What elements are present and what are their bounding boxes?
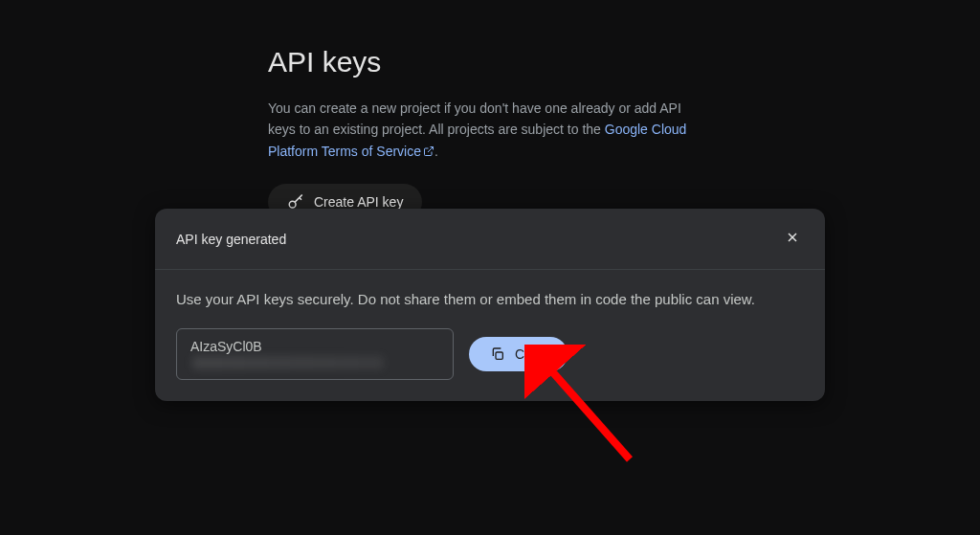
copy-label: Copy: [515, 346, 546, 362]
api-key-dialog: API key generated Use your API keys secu…: [155, 209, 825, 401]
create-api-key-label: Create API key: [314, 194, 403, 210]
api-key-field[interactable]: AIzaSyCl0B: [176, 328, 454, 380]
copy-icon: [490, 346, 505, 362]
page-description: You can create a new project if you don'…: [268, 98, 708, 163]
svg-line-0: [428, 146, 434, 152]
dialog-body: Use your API keys securely. Do not share…: [155, 270, 825, 401]
dialog-title: API key generated: [176, 232, 286, 247]
description-text-post: .: [434, 144, 438, 159]
api-key-visible-prefix: AIzaSyCl0B: [190, 339, 262, 354]
external-link-icon: [423, 142, 434, 163]
api-key-row: AIzaSyCl0B Copy: [176, 328, 804, 380]
close-icon: [785, 230, 800, 248]
api-key-redacted: [192, 356, 384, 369]
page-title: API keys: [268, 46, 708, 78]
svg-rect-4: [496, 352, 502, 359]
copy-button[interactable]: Copy: [469, 337, 568, 371]
page-content: API keys You can create a new project if…: [0, 0, 708, 220]
dialog-message: Use your API keys securely. Do not share…: [176, 291, 804, 307]
dialog-header: API key generated: [155, 209, 825, 270]
close-dialog-button[interactable]: [781, 226, 804, 252]
